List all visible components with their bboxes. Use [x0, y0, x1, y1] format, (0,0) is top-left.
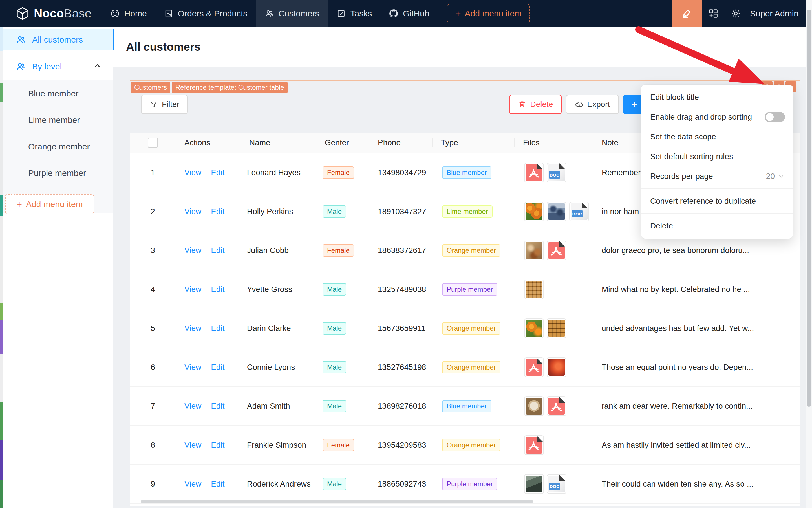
- sidebar-item-orange-member[interactable]: Orange member: [0, 133, 113, 160]
- view-link[interactable]: View: [184, 440, 201, 449]
- menu-item-set-data-scope[interactable]: Set the data scope: [641, 127, 793, 147]
- view-link[interactable]: View: [184, 285, 201, 294]
- current-user-menu[interactable]: Super Admin: [750, 9, 799, 18]
- theme-editor-button[interactable]: [672, 0, 702, 27]
- drag-sorting-toggle[interactable]: [765, 112, 785, 122]
- sidebar-item-by-level[interactable]: By level: [0, 55, 113, 78]
- edit-link[interactable]: Edit: [211, 401, 224, 411]
- view-link[interactable]: View: [184, 363, 201, 372]
- file-image-thumbnail[interactable]: [524, 241, 544, 260]
- menu-item-label: Delete: [650, 221, 673, 230]
- gender-tag: Male: [322, 322, 346, 335]
- file-pdf-icon[interactable]: [524, 163, 544, 182]
- file-image-thumbnail[interactable]: [547, 357, 567, 377]
- files-cell: [514, 357, 593, 377]
- file-image-thumbnail[interactable]: [524, 319, 544, 338]
- file-doc-icon[interactable]: DOC: [547, 474, 567, 494]
- row-index: 1: [130, 168, 175, 177]
- row-actions: ViewEdit: [175, 440, 240, 450]
- file-image-thumbnail[interactable]: [547, 319, 567, 338]
- sidebar-item-blue-member[interactable]: Blue member: [0, 80, 113, 107]
- menu-item-delete-block[interactable]: Delete: [641, 216, 793, 236]
- top-navbar: NocoBase Home Orders & Products Customer…: [0, 0, 812, 27]
- file-image-thumbnail[interactable]: [524, 396, 544, 416]
- records-per-page-select[interactable]: 20: [766, 172, 785, 181]
- type-cell: Orange member: [432, 361, 514, 374]
- filter-button[interactable]: Filter: [141, 95, 188, 114]
- view-link[interactable]: View: [184, 479, 201, 488]
- member-type-tag: Orange member: [442, 361, 500, 374]
- edit-link[interactable]: Edit: [211, 440, 224, 449]
- action-divider: [206, 325, 207, 332]
- menu-item-convert-reference-to-duplicate[interactable]: Convert reference to duplicate: [641, 191, 793, 211]
- edit-link[interactable]: Edit: [211, 324, 224, 333]
- row-actions: ViewEdit: [175, 168, 240, 177]
- member-type-tag: Blue member: [442, 166, 491, 179]
- file-pdf-icon[interactable]: [524, 357, 544, 377]
- file-image-thumbnail[interactable]: [547, 202, 567, 221]
- nav-add-menu-item-button[interactable]: + Add menu item: [447, 4, 530, 24]
- sidebar-item-all-customers[interactable]: All customers: [0, 29, 115, 50]
- nav-item-label: Orders & Products: [178, 9, 247, 18]
- file-pdf-icon[interactable]: [524, 435, 544, 455]
- plus-icon: +: [16, 199, 22, 210]
- menu-item-records-per-page[interactable]: Records per page 20: [641, 166, 793, 186]
- export-button[interactable]: Export: [566, 95, 619, 114]
- file-pdf-icon[interactable]: [547, 241, 567, 260]
- member-type-tag: Orange member: [442, 244, 500, 257]
- menu-item-edit-block-title[interactable]: Edit block title: [641, 87, 793, 107]
- gender-cell: Female: [316, 166, 369, 179]
- menu-item-label: Edit block title: [650, 93, 699, 102]
- horizontal-scrollbar-thumb[interactable]: [141, 500, 533, 504]
- edit-link[interactable]: Edit: [211, 363, 224, 372]
- row-actions: ViewEdit: [175, 207, 240, 216]
- view-link[interactable]: View: [184, 168, 201, 177]
- file-image-thumbnail[interactable]: [524, 474, 544, 494]
- plugin-manager-button[interactable]: [702, 0, 725, 27]
- sidebar-item-purple-member[interactable]: Purple member: [0, 160, 113, 186]
- edit-link[interactable]: Edit: [211, 168, 224, 177]
- nocobase-logo[interactable]: NocoBase: [15, 6, 92, 21]
- phone-cell: 13954209583: [369, 440, 432, 450]
- view-link[interactable]: View: [184, 324, 201, 333]
- vertical-scrollbar-track[interactable]: [806, 0, 812, 508]
- plus-icon: +: [631, 98, 637, 111]
- menu-item-set-default-sorting-rules[interactable]: Set default sorting rules: [641, 147, 793, 166]
- sidebar-add-menu-item-button[interactable]: + Add menu item: [5, 194, 94, 214]
- nav-item-tasks[interactable]: Tasks: [328, 0, 380, 27]
- row-actions: ViewEdit: [175, 363, 240, 372]
- edit-link[interactable]: Edit: [211, 207, 224, 216]
- type-cell: Blue member: [432, 400, 514, 412]
- nav-menu: Home Orders & Products Customers Tasks G…: [102, 0, 530, 27]
- nav-item-customers[interactable]: Customers: [256, 0, 328, 27]
- window-edge-strip: [0, 0, 3, 508]
- menu-item-enable-drag-sorting[interactable]: Enable drag and drop sorting: [641, 107, 793, 127]
- file-doc-icon[interactable]: DOC: [547, 163, 567, 182]
- view-link[interactable]: View: [184, 246, 201, 255]
- action-divider: [206, 364, 207, 371]
- settings-button[interactable]: [725, 0, 747, 27]
- file-pdf-icon[interactable]: [547, 396, 567, 416]
- sidebar-item-lime-member[interactable]: Lime member: [0, 107, 113, 133]
- files-cell: [514, 241, 593, 260]
- grid-plus-icon: [708, 8, 718, 18]
- file-image-thumbnail[interactable]: [524, 202, 544, 221]
- file-image-thumbnail[interactable]: [524, 280, 544, 299]
- edit-link[interactable]: Edit: [211, 246, 224, 255]
- nav-item-orders-products[interactable]: Orders & Products: [155, 0, 256, 27]
- row-actions: ViewEdit: [175, 479, 240, 489]
- nav-item-home[interactable]: Home: [102, 0, 155, 27]
- vertical-scrollbar-thumb[interactable]: [807, 10, 811, 407]
- view-link[interactable]: View: [184, 207, 201, 216]
- select-all-checkbox[interactable]: [148, 138, 158, 148]
- delete-button[interactable]: Delete: [509, 95, 561, 114]
- gender-cell: Male: [316, 361, 369, 374]
- file-doc-icon[interactable]: DOC: [569, 202, 589, 221]
- document-icon: [164, 9, 173, 18]
- table-row: 6ViewEditConnie LyonsMale13527645198Oran…: [130, 348, 800, 387]
- gender-tag: Female: [322, 439, 354, 451]
- edit-link[interactable]: Edit: [211, 479, 224, 488]
- edit-link[interactable]: Edit: [211, 285, 224, 294]
- view-link[interactable]: View: [184, 401, 201, 411]
- nav-item-github[interactable]: GitHub: [380, 0, 438, 27]
